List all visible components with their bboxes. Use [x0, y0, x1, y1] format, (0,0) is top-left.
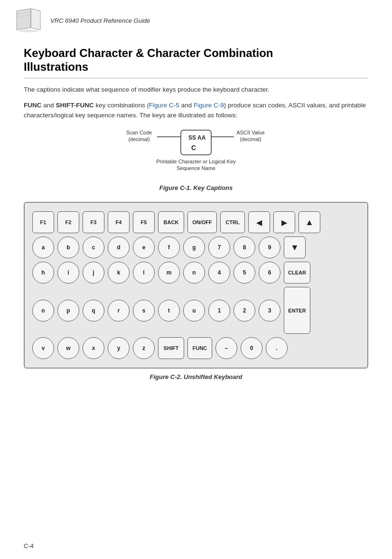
figure-c9-link[interactable]: Figure C-9 — [194, 102, 224, 109]
keyboard-row-3: h i j k l m n 4 5 6 CLEAR — [32, 262, 360, 284]
key-ctrl[interactable]: CTRL — [220, 211, 245, 233]
key-func[interactable]: FUNC — [187, 337, 212, 359]
figure-c5-link[interactable]: Figure C-5 — [149, 102, 179, 109]
book-icon — [14, 9, 43, 32]
key-right-arrow[interactable]: ▶ — [273, 211, 295, 233]
key-p[interactable]: p — [57, 300, 79, 322]
key-6[interactable]: 6 — [259, 262, 280, 284]
key-d[interactable]: d — [108, 237, 130, 258]
key-9[interactable]: 9 — [259, 237, 280, 258]
key-u[interactable]: u — [183, 300, 205, 322]
key-left-arrow[interactable]: ◀ — [248, 211, 270, 233]
key-y[interactable]: y — [108, 337, 130, 359]
key-r[interactable]: r — [108, 300, 130, 322]
key-b[interactable]: b — [57, 237, 79, 258]
scan-code-label: Scan Code(decimal) — [120, 129, 158, 143]
key-f[interactable]: f — [158, 237, 180, 258]
keyboard-row-4: o p q r s t u 1 2 3 ENTER — [32, 287, 360, 334]
svg-text:Sequence Name: Sequence Name — [177, 165, 215, 171]
key-w[interactable]: w — [57, 337, 79, 359]
page-number: C-4 — [24, 542, 34, 550]
key-n[interactable]: n — [183, 262, 205, 284]
key-h[interactable]: h — [32, 262, 54, 284]
key-f5[interactable]: F5 — [133, 211, 155, 233]
main-content: Keyboard Character & Character Combinati… — [0, 37, 392, 400]
key-1[interactable]: 1 — [208, 300, 230, 322]
key-z[interactable]: z — [133, 337, 155, 359]
key-enter[interactable]: ENTER — [284, 287, 310, 334]
svg-marker-0 — [17, 9, 31, 30]
svg-text:AA: AA — [197, 134, 206, 141]
figure1-caption: Figure C-1. Key Captions — [24, 184, 368, 191]
key-dash[interactable]: – — [215, 337, 237, 359]
key-up-arrow[interactable]: ▲ — [299, 211, 320, 233]
body-text: FUNC and SHIFT-FUNC key combinations (Fi… — [24, 100, 368, 121]
key-3[interactable]: 3 — [259, 300, 280, 322]
key-2[interactable]: 2 — [233, 300, 255, 322]
key-0[interactable]: 0 — [241, 337, 262, 359]
key-back[interactable]: BACK — [158, 211, 184, 233]
page-title: Keyboard Character & Character Combinati… — [24, 47, 368, 74]
key-g[interactable]: g — [183, 237, 205, 258]
keyboard-diagram: F1 F2 F3 F4 F5 BACK ON/OFF CTRL ◀ ▶ ▲ a … — [24, 202, 368, 369]
key-down-arrow[interactable]: ▼ — [284, 237, 306, 258]
title-rule — [24, 78, 368, 78]
ascii-value-label: ASCII Value(decimal) — [229, 129, 272, 143]
keyboard-row-2: a b c d e f g 7 8 9 ▼ — [32, 237, 360, 258]
key-j[interactable]: j — [83, 262, 104, 284]
key-f4[interactable]: F4 — [108, 211, 130, 233]
key-x[interactable]: x — [83, 337, 104, 359]
key-8[interactable]: 8 — [233, 237, 255, 258]
svg-text:Printable Character or Logical: Printable Character or Logical Key — [156, 159, 236, 164]
page-header: VRC 6940 Product Reference Guide — [0, 0, 392, 37]
key-4[interactable]: 4 — [208, 262, 230, 284]
key-f2[interactable]: F2 — [57, 211, 79, 233]
key-shift[interactable]: SHIFT — [158, 337, 184, 359]
header-title: VRC 6940 Product Reference Guide — [50, 17, 150, 24]
key-o[interactable]: o — [32, 300, 54, 322]
intro-text: The captions indicate what sequence of m… — [24, 85, 368, 95]
key-clear[interactable]: CLEAR — [284, 262, 310, 284]
diagram-container: Scan Code(decimal) ASCII Value(decimal) … — [120, 127, 272, 180]
key-k[interactable]: k — [108, 262, 130, 284]
key-v[interactable]: v — [32, 337, 54, 359]
keyboard-row-5: v w x y z SHIFT FUNC – 0 . — [32, 337, 360, 359]
keyboard-row-1: F1 F2 F3 F4 F5 BACK ON/OFF CTRL ◀ ▶ ▲ — [32, 211, 360, 233]
svg-point-6 — [18, 29, 39, 32]
figure2-caption: Figure C-2. Unshifted Keyboard — [24, 373, 368, 380]
svg-text:C: C — [191, 144, 196, 152]
key-f3[interactable]: F3 — [83, 211, 104, 233]
svg-marker-1 — [31, 9, 40, 30]
key-q[interactable]: q — [83, 300, 104, 322]
svg-text:SS: SS — [188, 134, 196, 141]
key-i[interactable]: i — [57, 262, 79, 284]
key-7[interactable]: 7 — [208, 237, 230, 258]
key-onoff[interactable]: ON/OFF — [187, 211, 217, 233]
key-c[interactable]: c — [83, 237, 104, 258]
key-period[interactable]: . — [266, 337, 288, 359]
key-l[interactable]: l — [133, 262, 155, 284]
key-caption-diagram: Scan Code(decimal) ASCII Value(decimal) … — [24, 127, 368, 180]
key-f1[interactable]: F1 — [32, 211, 54, 233]
key-e[interactable]: e — [133, 237, 155, 258]
key-m[interactable]: m — [158, 262, 180, 284]
key-5[interactable]: 5 — [233, 262, 255, 284]
page-footer: C-4 — [24, 542, 34, 550]
key-a[interactable]: a — [32, 237, 54, 258]
key-t[interactable]: t — [158, 300, 180, 322]
key-s[interactable]: s — [133, 300, 155, 322]
